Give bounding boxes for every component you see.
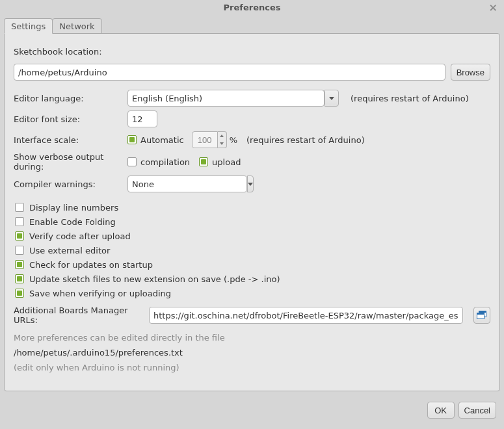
save-on-verify-checkbox[interactable] [15, 289, 24, 298]
verbose-label: Show verbose output during: [14, 152, 127, 172]
interface-scale-label: Interface scale: [14, 135, 127, 145]
upload-checkbox[interactable] [199, 157, 208, 166]
spinner-buttons[interactable] [218, 131, 227, 148]
more-prefs-note: More preferences can be edited directly … [14, 333, 490, 343]
warnings-dropdown-button[interactable] [247, 176, 254, 192]
scale-value [192, 131, 218, 148]
window-icon [477, 311, 487, 320]
scale-restart-hint: (requires restart of Arduino) [246, 135, 365, 145]
enable-code-folding-label: Enable Code Folding [29, 217, 116, 227]
verify-after-upload-checkbox[interactable] [15, 231, 24, 240]
language-restart-hint: (requires restart of Arduino) [351, 94, 469, 103]
display-line-numbers-checkbox[interactable] [15, 203, 24, 212]
sketchbook-input[interactable] [14, 64, 445, 81]
update-sketch-ext-checkbox[interactable] [15, 274, 24, 283]
titlebar: Preferences × [0, 0, 504, 16]
sketchbook-row: Sketchbook location: [14, 43, 490, 60]
chevron-down-icon [248, 183, 253, 186]
language-combo[interactable] [127, 90, 339, 107]
preferences-window: Preferences × Settings Network Sketchboo… [0, 0, 504, 429]
check-updates-label: Check for updates on startup [29, 260, 153, 270]
settings-panel: Sketchbook location: Browse Editor langu… [4, 33, 500, 391]
check-updates-checkbox[interactable] [15, 260, 24, 269]
use-external-editor-label: Use external editor [29, 246, 110, 255]
open-urls-dialog-button[interactable] [473, 307, 490, 324]
update-sketch-ext-label: Update sketch files to new extension on … [29, 274, 280, 284]
enable-code-folding-checkbox[interactable] [15, 217, 24, 226]
font-size-label: Editor font size: [14, 114, 127, 124]
editor-language-label: Editor language: [14, 94, 127, 103]
arrow-down-icon [220, 142, 224, 145]
additional-urls-label: Additional Boards Manager URLs: [14, 306, 144, 325]
browse-button[interactable]: Browse [451, 64, 490, 81]
upload-label: upload [212, 157, 241, 167]
tab-network-label: Network [59, 21, 94, 31]
ok-button[interactable]: OK [427, 402, 455, 419]
sketchbook-label: Sketchbook location: [14, 47, 102, 57]
dialog-buttons: OK Cancel [427, 402, 496, 419]
svg-rect-3 [477, 313, 484, 315]
compilation-checkbox[interactable] [127, 157, 137, 166]
tab-network[interactable]: Network [52, 18, 101, 34]
percent-label: % [230, 135, 237, 145]
cancel-button[interactable]: Cancel [458, 402, 496, 419]
tab-settings-label: Settings [11, 21, 46, 31]
use-external-editor-checkbox[interactable] [15, 246, 24, 255]
close-icon[interactable]: × [489, 0, 497, 16]
window-title: Preferences [224, 3, 281, 12]
compiler-warnings-label: Compiler warnings: [14, 179, 127, 189]
browse-label: Browse [457, 68, 484, 77]
warnings-value[interactable] [127, 176, 247, 192]
additional-urls-input[interactable] [149, 307, 463, 324]
svg-rect-1 [479, 311, 486, 313]
automatic-label: Automatic [140, 135, 184, 145]
tab-settings[interactable]: Settings [4, 18, 53, 34]
language-dropdown-button[interactable] [325, 90, 339, 107]
font-size-input[interactable] [127, 110, 157, 127]
ok-label: OK [434, 406, 447, 415]
scale-spinner[interactable] [192, 131, 227, 148]
edit-note: (edit only when Arduino is not running) [14, 363, 490, 372]
save-on-verify-label: Save when verifying or uploading [29, 289, 171, 298]
chevron-down-icon [329, 97, 334, 100]
spinner-down[interactable] [218, 140, 226, 148]
prefs-file-path[interactable]: /home/petus/.arduino15/preferences.txt [14, 348, 490, 358]
arrow-up-icon [220, 135, 224, 137]
display-line-numbers-label: Display line numbers [29, 203, 118, 213]
content-area: Settings Network Sketchbook location: Br… [4, 18, 500, 391]
compilation-label: compilation [140, 157, 190, 167]
cancel-label: Cancel [464, 406, 490, 415]
tabstrip: Settings Network [4, 18, 500, 34]
language-value[interactable] [127, 90, 325, 107]
automatic-checkbox[interactable] [127, 135, 137, 144]
warnings-combo[interactable] [127, 176, 177, 192]
verify-after-upload-label: Verify code after upload [29, 231, 131, 241]
spinner-up[interactable] [218, 132, 226, 140]
